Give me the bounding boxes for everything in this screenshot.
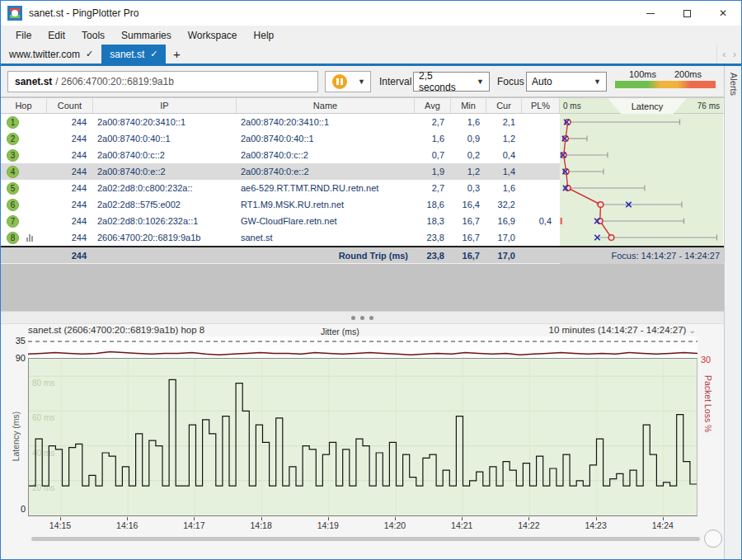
tab-sanet-st[interactable]: sanet.st ✓ [101,45,166,64]
timeline-graph-icon [26,234,33,242]
table-header: Hop Count IP Name Avg Min Cur PL% 0 ms L… [1,97,724,114]
menu-workspace[interactable]: Workspace [180,27,246,44]
toolbar: sanet.st / 2606:4700:20::6819:9a1b ▼ Int… [1,66,724,97]
cell-cur: 17,0 [486,229,522,246]
cell-name: RT1.M9.MSK.RU.retn.net [237,196,415,213]
cell-name: GW-CloudFlare.retn.net [237,213,415,229]
latency-time-graph[interactable]: 80 ms60 ms40 ms20 ms [28,358,697,516]
chevron-down-icon: ▼ [594,78,601,86]
chevron-down-icon: ⌄ [689,326,696,335]
time-tick-label: 14:20 [377,520,413,530]
header-name[interactable]: Name [237,98,415,113]
focus-label: Focus [497,76,524,87]
cell-count: 244 [47,213,93,229]
round-trip-label: Round Trip (ms) [237,247,415,264]
timeline-panel: sanet.st (2606:4700:20::6819:9a1b) hop 8… [1,324,724,560]
time-tick-label: 14:19 [310,520,346,530]
minimize-button[interactable] [632,1,669,26]
tab-scroll-left-icon[interactable]: ‹ [722,48,726,60]
cell-pl [522,147,560,163]
latency-zero-label: 0 [9,504,26,514]
cell-ip: 2a02:2d8:0:1026:232a::1 [93,213,237,229]
cell-name: 2a00:8740:0:40::1 [237,130,415,147]
cell-pl: 0,4 [522,213,560,229]
focus-select[interactable]: Auto ▼ [526,72,607,92]
trace-table: Hop Count IP Name Avg Min Cur PL% 0 ms L… [1,97,724,263]
alerts-tab[interactable]: Alerts [727,73,739,96]
check-icon: ✓ [150,49,157,59]
summary-count: 244 [47,247,93,264]
cell-name: 2a00:8740:20:3410::1 [237,114,415,130]
hop-badge: 6 [7,199,19,211]
interval-select[interactable]: 2,5 seconds ▼ [413,72,490,92]
cell-ip: 2a00:8740:20:3410::1 [93,114,237,130]
header-pl[interactable]: PL% [522,98,560,113]
maximize-icon [683,10,691,17]
cell-min: 1,2 [451,163,486,180]
timeline-range-selector[interactable]: 10 minutes (14:14:27 - 14:24:27) ⌄ [549,325,696,335]
cell-count: 244 [47,163,93,180]
latency-axis-label: Latency (ms) [11,387,21,486]
close-button[interactable]: ✕ [705,1,741,26]
hop-badge: 3 [7,149,19,162]
tab-scroll-right-icon[interactable]: › [733,48,736,60]
packet-loss-max-label: 30 [701,355,711,365]
chevron-down-icon: ▼ [477,78,484,86]
scrollbar-handle[interactable] [704,529,722,548]
close-icon: ✕ [719,7,727,19]
cell-name: ae6-529.RT.TMT.RND.RU.retn.net [237,180,415,196]
jitter-max-label: 35 [9,336,26,346]
header-latency[interactable]: 0 ms Latency 76 ms [560,98,723,113]
target-address-box[interactable]: sanet.st / 2606:4700:20::6819:9a1b [7,71,318,92]
hop-badge: 1 [7,116,19,129]
interval-label: Interval [379,76,411,87]
cell-avg: 1,6 [415,130,451,147]
cell-cur: 16,9 [486,213,522,229]
menu-help[interactable]: Help [246,27,283,44]
cell-count: 244 [47,130,93,147]
menu-edit[interactable]: Edit [40,27,73,44]
cell-pl [522,114,560,130]
focus-range-label: Focus: 14:14:27 - 14:24:27 [560,247,723,264]
hop-badge: 8 [7,232,19,244]
target-ip: / 2606:4700:20::6819:9a1b [55,76,173,87]
menu-summaries[interactable]: Summaries [113,27,180,44]
cell-name: 2a00:8740:0:c::2 [237,147,415,163]
menu-file[interactable]: File [7,27,40,44]
latency-mini-graph [560,114,723,246]
new-tab-button[interactable]: + [166,45,187,64]
svg-text:60 ms: 60 ms [32,413,54,422]
header-hop[interactable]: Hop [1,98,47,113]
menu-tools[interactable]: Tools [73,27,113,44]
summary-cur: 17,0 [486,247,522,264]
minimize-icon [646,13,655,14]
tab-www-twitter-com[interactable]: www.twitter.com ✓ [1,45,101,64]
header-min[interactable]: Min [451,98,486,113]
cell-avg: 0,7 [415,147,451,163]
cell-name: 2a00:8740:0:e::2 [237,163,415,180]
table-rows: 1 244 2a00:8740:20:3410::1 2a00:8740:20:… [1,114,724,246]
pause-button[interactable] [325,71,354,92]
time-tick-label: 14:22 [510,520,547,530]
timeline-scrollbar[interactable] [31,537,700,541]
jitter-axis-label: Jitter (ms) [321,327,359,336]
hop-badge: 2 [7,133,19,145]
cell-avg: 23,8 [415,229,451,246]
pause-dropdown-button[interactable]: ▼ [353,71,371,92]
header-avg[interactable]: Avg [415,98,451,113]
header-cur[interactable]: Cur [486,98,522,113]
legend-200ms: 200ms [674,69,702,79]
cell-min: 0,9 [451,130,486,147]
hop-badge: 4 [7,166,19,178]
cell-min: 16,7 [451,213,486,229]
splitter-handle[interactable] [1,311,724,324]
cell-ip: 2a00:8740:0:40::1 [93,130,237,147]
cell-pl [522,229,560,246]
alerts-side-panel: Alerts [724,66,741,560]
maximize-button[interactable] [669,1,705,26]
header-count[interactable]: Count [47,98,93,113]
header-ip[interactable]: IP [93,98,237,113]
cell-min: 16,4 [451,196,486,213]
time-tick-label: 14:15 [42,520,78,530]
cell-avg: 2,7 [415,180,451,196]
